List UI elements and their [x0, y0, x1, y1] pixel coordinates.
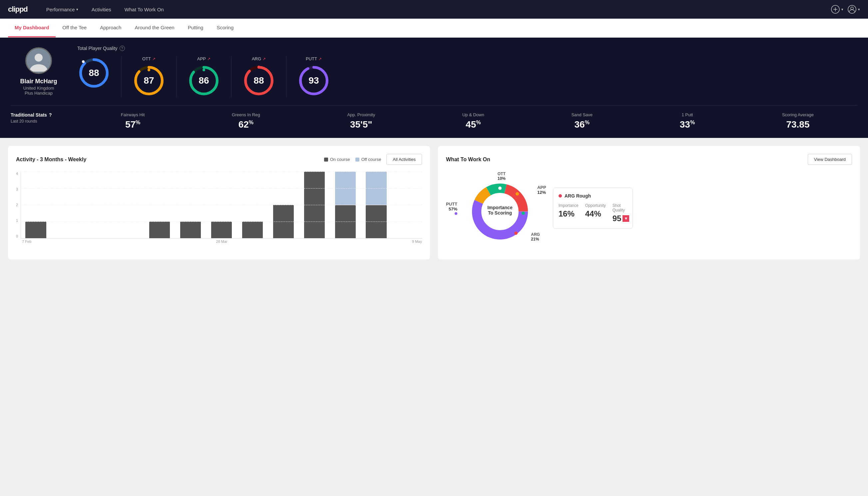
metric-opportunity: Opportunity 44%	[585, 203, 606, 223]
tab-around-the-green[interactable]: Around the Green	[128, 19, 181, 37]
bar-group	[176, 172, 206, 238]
score-rings: 88 OTT ↗ 87	[77, 56, 857, 97]
stat-value-gir: 62%	[238, 119, 253, 130]
help-icon[interactable]: ?	[49, 112, 52, 118]
work-card-header: What To Work On View Dashboard	[446, 154, 852, 165]
info-metrics: Importance 16% Opportunity 44% Shot Qual…	[558, 203, 627, 223]
bar-on-course	[335, 205, 356, 238]
tpq-label: Total Player Quality ?	[77, 46, 857, 51]
bar-group	[268, 172, 298, 238]
y-label-1: 1	[16, 218, 18, 222]
chevron-down-icon: ▾	[858, 7, 860, 12]
seg-label-putt: PUTT	[446, 202, 457, 206]
stat-value-up-down: 45%	[465, 119, 480, 130]
x-label-feb: 7 Feb	[22, 239, 31, 244]
bar-on-course	[25, 221, 46, 238]
bar-group	[21, 172, 51, 238]
chevron-down-icon: ▾	[841, 7, 843, 12]
chart-legend: On course Off course	[324, 157, 381, 162]
ring-container-total: 88	[77, 56, 111, 90]
traditional-stats: Traditional Stats ? Last 20 rounds Fairw…	[11, 105, 857, 130]
seg-label-app: APP	[537, 185, 546, 190]
metric-importance-value: 16%	[558, 209, 579, 218]
tab-putting[interactable]: Putting	[181, 19, 210, 37]
bar-group	[361, 172, 391, 238]
ring-value-ott: 87	[144, 75, 154, 86]
donut-section: PUTT 57% OTT 10%	[446, 172, 852, 245]
down-badge-icon: ▼	[622, 215, 629, 222]
svg-point-3	[848, 5, 856, 13]
tab-my-dashboard[interactable]: My Dashboard	[8, 19, 56, 37]
ring-putt: PUTT ↗ 93	[286, 56, 341, 97]
stat-value-one-putt: 33%	[680, 119, 695, 130]
help-icon[interactable]: ?	[120, 46, 125, 51]
seg-label-ott: OTT 10%	[498, 172, 506, 181]
seg-value-putt: 57%	[449, 206, 457, 212]
bar-group	[237, 172, 267, 238]
ring-value-putt: 93	[309, 75, 319, 86]
bar-group	[114, 172, 144, 238]
add-button[interactable]: ▾	[831, 5, 843, 14]
player-stats-row: Blair McHarg United Kingdom Plus Handica…	[11, 46, 857, 97]
tab-approach[interactable]: Approach	[93, 19, 128, 37]
svg-point-23	[516, 192, 519, 196]
ring-label-putt: PUTT ↗	[306, 56, 322, 61]
tab-scoring[interactable]: Scoring	[210, 19, 240, 37]
activity-card-header: Activity - 3 Months - Weekly On course O…	[16, 154, 422, 165]
activity-chart-title: Activity - 3 Months - Weekly	[16, 157, 86, 162]
bar-on-course	[180, 221, 201, 238]
all-activities-button[interactable]: All Activities	[386, 154, 422, 165]
putt-label-area: PUTT 57%	[446, 202, 457, 215]
y-label-2: 2	[16, 203, 18, 207]
metric-opportunity-value: 44%	[585, 209, 606, 218]
ring-label-arg: ARG ↗	[252, 56, 266, 61]
ring-label-app: APP ↗	[197, 56, 210, 61]
trend-arrow-icon: ↗	[263, 57, 266, 61]
seg-value-app: 12%	[537, 190, 546, 195]
svg-point-25	[514, 232, 518, 235]
stat-scoring-avg: Scoring Average 73.85	[782, 112, 814, 130]
stat-up-down: Up & Down 45%	[462, 112, 484, 130]
stat-sand-save: Sand Save 36%	[571, 112, 593, 130]
bar-off-course	[335, 172, 356, 205]
what-to-work-on-card: What To Work On View Dashboard PUTT 57% …	[438, 146, 860, 260]
info-card-title: ARG Rough	[558, 193, 627, 199]
x-label-mar: 28 Mar	[216, 239, 227, 244]
donut-center-text: Importance To Scoring	[487, 205, 512, 216]
bar-on-course	[304, 172, 325, 238]
stat-value-scoring-avg: 73.85	[786, 119, 809, 130]
bar-group	[392, 172, 422, 238]
bar-group	[145, 172, 175, 238]
tpq-section: Total Player Quality ? 88	[77, 46, 857, 97]
tab-off-the-tee[interactable]: Off the Tee	[56, 19, 93, 37]
ring-app: APP ↗ 86	[176, 56, 232, 97]
trad-stats-label: Traditional Stats ? Last 20 rounds	[11, 112, 77, 124]
bar-group	[207, 172, 236, 238]
ring-container-putt: 93	[297, 64, 330, 97]
legend-dot-off-course	[356, 158, 359, 161]
ring-container-arg: 88	[242, 64, 275, 97]
ring-value-arg: 88	[253, 75, 264, 86]
trend-arrow-icon: ↗	[152, 57, 156, 61]
seg-label-arg: ARG 21%	[531, 232, 540, 242]
nav-what-to-work-on[interactable]: What To Work On	[119, 4, 169, 15]
user-menu[interactable]: ▾	[847, 5, 860, 14]
nav-performance[interactable]: Performance ▾	[41, 4, 84, 15]
trend-arrow-icon: ↗	[207, 57, 210, 61]
avatar	[25, 47, 52, 74]
view-dashboard-button[interactable]: View Dashboard	[808, 154, 852, 165]
stat-value-sand-save: 36%	[574, 119, 589, 130]
legend-on-course: On course	[324, 157, 350, 162]
stat-app-proximity: App. Proximity 35'5"	[347, 112, 375, 130]
ring-container-app: 86	[187, 64, 221, 97]
stat-value-fairways: 57%	[125, 119, 140, 130]
app-logo[interactable]: clippd	[8, 5, 28, 14]
stat-value-app-proximity: 35'5"	[350, 119, 373, 130]
donut-chart-wrapper: OTT 10%	[467, 172, 533, 245]
player-country: United Kingdom	[23, 86, 54, 91]
stat-one-putt: 1 Putt 33%	[680, 112, 695, 130]
app-label-area: APP 12%	[537, 185, 546, 195]
bar-on-course	[149, 221, 170, 238]
nav-activities[interactable]: Activities	[86, 4, 116, 15]
activity-card: Activity - 3 Months - Weekly On course O…	[8, 146, 430, 260]
